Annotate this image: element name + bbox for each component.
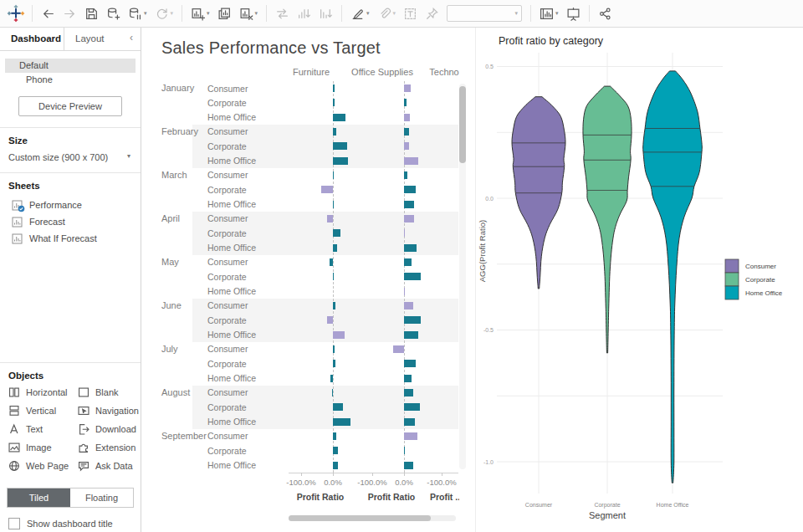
presentation-mode-icon[interactable] [563, 3, 584, 23]
bar-mark[interactable] [393, 345, 404, 353]
bar-mark[interactable] [330, 375, 333, 382]
bar-mark[interactable] [333, 360, 335, 367]
share-icon[interactable] [595, 3, 616, 23]
bar-mark[interactable] [404, 418, 415, 426]
new-worksheet-icon[interactable]: ▾ [187, 3, 213, 23]
bar-mark[interactable] [327, 316, 333, 324]
bar-mark[interactable] [333, 142, 347, 150]
bar-mark[interactable] [333, 462, 338, 469]
object-item-extension[interactable]: Extension [78, 442, 141, 453]
group-members-icon[interactable]: ▾ [374, 3, 400, 23]
bar-mark[interactable] [333, 171, 334, 179]
run-auto-updates-icon[interactable]: ▾ [151, 3, 177, 23]
sheet-item-forecast[interactable]: Forecast [0, 213, 141, 230]
bar-mark[interactable] [404, 360, 416, 367]
bar-mark[interactable] [404, 288, 405, 295]
bar-mark[interactable] [404, 229, 405, 237]
bar-mark[interactable] [333, 128, 336, 136]
bar-mark[interactable] [404, 375, 412, 382]
floating-button[interactable]: Floating [70, 489, 133, 507]
legend-swatch[interactable] [725, 286, 739, 299]
bar-mark[interactable] [333, 114, 345, 121]
duplicate-icon[interactable] [214, 3, 235, 23]
bar-mark[interactable] [333, 302, 335, 309]
bar-mark[interactable] [404, 215, 414, 223]
bar-mark[interactable] [333, 201, 334, 208]
object-item-navigation[interactable]: Navigation [78, 405, 141, 417]
object-item-vertical[interactable]: Vertical [8, 405, 78, 417]
bar-mark[interactable] [333, 273, 334, 280]
bar-mark[interactable] [404, 84, 411, 92]
bar-mark[interactable] [404, 157, 418, 165]
bar-mark[interactable] [333, 84, 335, 92]
bar-mark[interactable] [404, 389, 413, 396]
show-hide-cards-icon[interactable]: ▾ [536, 3, 562, 23]
bar-mark[interactable] [404, 273, 421, 280]
fix-axes-icon[interactable] [422, 3, 442, 23]
new-data-source-icon[interactable] [103, 3, 124, 23]
bar-mark[interactable] [327, 215, 333, 223]
violin-corporate[interactable] [583, 86, 632, 353]
bar-mark[interactable] [333, 331, 345, 339]
collapse-pane-icon[interactable]: ‹ [130, 28, 141, 50]
bar-mark[interactable] [404, 114, 410, 121]
bar-mark[interactable] [404, 171, 407, 179]
bar-mark[interactable] [404, 128, 409, 136]
object-item-web-page[interactable]: Web Page [8, 460, 78, 472]
save-icon[interactable] [81, 3, 102, 23]
bar-mark[interactable] [404, 432, 417, 440]
bar-mark[interactable] [404, 201, 414, 208]
tiled-button[interactable]: Tiled [8, 489, 70, 507]
device-preview-button[interactable]: Device Preview [18, 96, 122, 116]
bar-mark[interactable] [404, 331, 418, 339]
legend-swatch[interactable] [725, 273, 739, 286]
size-select[interactable]: Custom size (900 x 700) ▾ [0, 150, 141, 172]
bar-mark[interactable] [330, 258, 333, 266]
bar-mark[interactable] [333, 244, 337, 252]
device-item-default[interactable]: Default [5, 59, 136, 73]
bar-mark[interactable] [404, 186, 416, 193]
undo-icon[interactable] [38, 3, 59, 23]
fit-selector[interactable]: ▾ [447, 5, 522, 22]
swap-rows-columns-icon[interactable] [272, 3, 293, 23]
object-item-blank[interactable]: Blank [78, 386, 141, 398]
object-item-image[interactable]: Image [8, 442, 78, 453]
bar-mark[interactable] [321, 186, 333, 193]
device-item-phone[interactable]: Phone [5, 73, 136, 87]
vertical-scrollbar-thumb[interactable] [459, 86, 466, 163]
highlight-icon[interactable]: ▾ [347, 3, 373, 23]
bar-mark[interactable] [404, 258, 412, 266]
object-item-download[interactable]: Download [78, 423, 141, 435]
violin-home-office[interactable] [643, 71, 703, 483]
bar-mark[interactable] [333, 447, 338, 454]
bar-mark[interactable] [333, 157, 348, 165]
object-item-ask-data[interactable]: Ask Data [78, 460, 141, 472]
bar-mark[interactable] [404, 447, 405, 454]
bar-mark[interactable] [333, 418, 350, 426]
bar-mark[interactable] [404, 244, 417, 252]
object-item-horizontal[interactable]: Horizontal [8, 386, 78, 398]
sort-ascending-icon[interactable] [294, 3, 315, 23]
bar-mark[interactable] [404, 403, 420, 411]
object-item-text[interactable]: Text [8, 423, 78, 435]
bar-mark[interactable] [333, 345, 335, 353]
sheet-item-performance[interactable]: Performance [0, 197, 141, 213]
bar-mark[interactable] [333, 99, 335, 106]
bar-mark[interactable] [404, 142, 409, 150]
clear-sheet-icon[interactable]: ▾ [236, 3, 262, 23]
sheet-item-what-if-forecast[interactable]: What If Forecast [0, 230, 141, 247]
tab-dashboard[interactable]: Dashboard [0, 28, 64, 50]
bar-mark[interactable] [332, 389, 333, 396]
sort-descending-icon[interactable] [315, 3, 336, 23]
bar-mark[interactable] [404, 316, 421, 324]
bar-mark[interactable] [404, 302, 413, 309]
bar-mark[interactable] [333, 403, 343, 411]
show-dashboard-title-checkbox[interactable] [8, 518, 20, 529]
bar-mark[interactable] [333, 229, 340, 237]
legend-swatch[interactable] [725, 259, 739, 273]
bar-mark[interactable] [404, 462, 413, 469]
horizontal-scrollbar-thumb[interactable] [289, 515, 431, 521]
tab-layout[interactable]: Layout [64, 28, 129, 50]
redo-icon[interactable] [59, 3, 80, 23]
show-mark-labels-icon[interactable] [400, 3, 421, 23]
